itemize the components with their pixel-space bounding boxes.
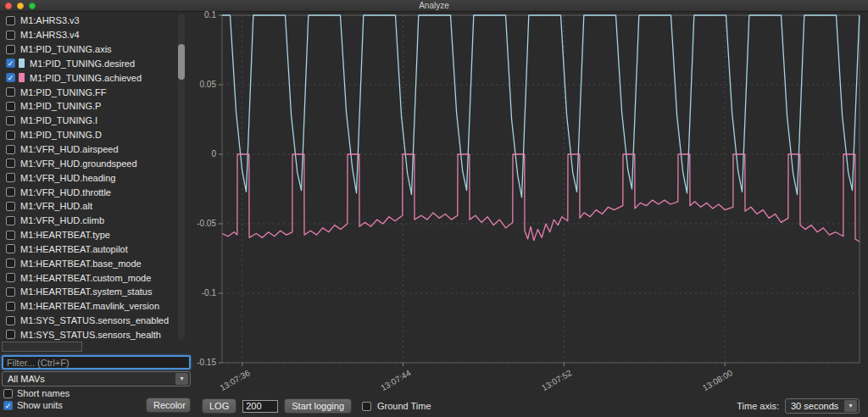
chart-area: 0.10.050-0.05-0.1-0.1513:07:3613:07:4413…: [197, 12, 868, 417]
param-label: M1:VFR_HUD.alt: [20, 201, 92, 211]
param-row[interactable]: M1:PID_TUNING.FF: [2, 85, 176, 99]
param-label: M1:HEARTBEAT.mavlink_version: [20, 301, 159, 311]
param-checkbox[interactable]: [6, 102, 15, 111]
param-row[interactable]: M1:HEARTBEAT.base_mode: [2, 256, 176, 270]
param-checkbox[interactable]: [6, 173, 15, 182]
param-checkbox[interactable]: [6, 202, 15, 211]
param-checkbox[interactable]: [6, 187, 15, 197]
param-label: M1:VFR_HUD.throttle: [20, 187, 111, 197]
param-checkbox[interactable]: [6, 259, 15, 268]
analyze-window: Analyze M1:AHRS3.v3M1:AHRS3.v4M1:PID_TUN…: [0, 0, 868, 417]
param-row[interactable]: M1:PID_TUNING.P: [2, 99, 176, 114]
svg-text:13:07:52: 13:07:52: [540, 368, 574, 392]
param-checkbox[interactable]: [6, 231, 15, 240]
param-checkbox[interactable]: [6, 216, 15, 225]
param-row[interactable]: M1:VFR_HUD.airspeed: [2, 142, 176, 157]
param-label: M1:VFR_HUD.airspeed: [20, 144, 119, 154]
series-line: [222, 15, 860, 197]
param-label: M1:PID_TUNING.P: [20, 101, 101, 111]
scrollbar-thumb[interactable]: [178, 44, 185, 80]
mav-selector[interactable]: All MAVs ▾: [2, 371, 191, 386]
svg-text:13:07:36: 13:07:36: [219, 368, 253, 392]
param-row[interactable]: M1:HEARTBEAT.system_status: [2, 285, 176, 299]
param-row[interactable]: M1:SYS_STATUS.sensors_health: [2, 328, 176, 340]
start-logging-button[interactable]: Start logging: [284, 398, 352, 414]
param-row[interactable]: M1:VFR_HUD.alt: [2, 199, 176, 214]
param-checkbox[interactable]: [6, 131, 15, 140]
time-axis-value: 30 seconds: [791, 401, 838, 411]
param-label: M1:VFR_HUD.heading: [20, 173, 116, 183]
chevron-down-icon: ▾: [175, 373, 188, 385]
line-chart[interactable]: 0.10.050-0.05-0.1-0.1513:07:3613:07:4413…: [197, 12, 868, 393]
short-names-option[interactable]: Short names: [3, 388, 70, 398]
svg-text:13:08:00: 13:08:00: [701, 368, 735, 392]
log-count-input[interactable]: [242, 400, 278, 413]
param-label: M1:PID_TUNING.axis: [20, 44, 112, 54]
param-row[interactable]: M1:AHRS3.v3: [2, 14, 176, 28]
mav-selector-value: All MAVs: [8, 374, 45, 384]
show-units-checkbox[interactable]: ✓: [3, 401, 13, 410]
svg-text:-0.1: -0.1: [202, 288, 217, 297]
param-label: M1:VFR_HUD.climb: [20, 215, 104, 225]
param-label: M1:PID_TUNING.I: [20, 115, 97, 125]
param-row[interactable]: M1:HEARTBEAT.type: [2, 228, 176, 242]
param-label: M1:HEARTBEAT.autopilot: [20, 244, 128, 254]
param-row[interactable]: M1:HEARTBEAT.mavlink_version: [2, 299, 176, 314]
ground-time-checkbox[interactable]: [362, 402, 371, 411]
short-names-label: Short names: [17, 388, 70, 398]
param-checkbox[interactable]: ✓: [6, 58, 15, 68]
param-checkbox[interactable]: [6, 116, 15, 125]
chevron-down-icon: ▾: [844, 400, 857, 412]
series-color-swatch: [19, 73, 25, 82]
param-row[interactable]: M1:PID_TUNING.D: [2, 128, 176, 142]
series-color-swatch: [19, 58, 25, 68]
param-row[interactable]: M1:VFR_HUD.groundspeed: [2, 156, 176, 170]
vertical-scrollbar[interactable]: [178, 14, 185, 340]
param-checkbox[interactable]: [6, 158, 15, 168]
param-row[interactable]: M1:VFR_HUD.climb: [2, 214, 176, 228]
param-label: M1:HEARTBEAT.custom_mode: [20, 273, 151, 283]
param-label: M1:HEARTBEAT.type: [20, 230, 110, 240]
param-row[interactable]: M1:AHRS3.v4: [2, 28, 176, 42]
param-label: M1:VFR_HUD.groundspeed: [20, 158, 137, 169]
param-checkbox[interactable]: [6, 302, 15, 311]
param-label: M1:PID_TUNING.FF: [20, 87, 106, 97]
recolor-button[interactable]: Recolor: [146, 398, 191, 413]
parameter-list[interactable]: M1:AHRS3.v3M1:AHRS3.v4M1:PID_TUNING.axis…: [2, 14, 176, 340]
param-label: M1:PID_TUNING.desired: [30, 58, 135, 69]
param-checkbox[interactable]: [6, 87, 15, 97]
filter-input[interactable]: [2, 355, 191, 370]
param-label: M1:HEARTBEAT.base_mode: [20, 259, 142, 269]
param-checkbox[interactable]: [6, 45, 15, 54]
param-row[interactable]: ✓M1:PID_TUNING.achieved: [2, 70, 176, 85]
bottom-toolbar: LOG Start logging Ground Time Time axis:…: [197, 395, 868, 417]
param-checkbox[interactable]: [6, 145, 15, 154]
svg-text:0: 0: [211, 149, 216, 158]
param-checkbox[interactable]: [6, 316, 15, 325]
show-units-option[interactable]: ✓ Show units: [3, 400, 63, 410]
param-label: M1:AHRS3.v3: [20, 15, 80, 25]
param-checkbox[interactable]: [6, 244, 15, 253]
title-bar[interactable]: Analyze: [0, 0, 868, 12]
param-row[interactable]: M1:HEARTBEAT.autopilot: [2, 242, 176, 257]
time-axis-selector[interactable]: 30 seconds ▾: [785, 398, 860, 414]
log-button[interactable]: LOG: [202, 398, 236, 414]
svg-text:0.05: 0.05: [200, 80, 217, 89]
param-checkbox[interactable]: ✓: [6, 73, 15, 82]
param-row[interactable]: M1:SYS_STATUS.sensors_enabled: [2, 314, 176, 328]
param-label: M1:AHRS3.v4: [20, 30, 80, 40]
param-checkbox[interactable]: [6, 31, 15, 40]
param-checkbox[interactable]: [6, 273, 15, 282]
param-row[interactable]: M1:HEARTBEAT.custom_mode: [2, 270, 176, 285]
param-checkbox[interactable]: [6, 330, 15, 339]
param-row[interactable]: M1:VFR_HUD.throttle: [2, 185, 176, 199]
param-row[interactable]: M1:PID_TUNING.I: [2, 114, 176, 128]
param-checkbox[interactable]: [6, 16, 15, 25]
param-row[interactable]: M1:PID_TUNING.axis: [2, 42, 176, 57]
horizontal-scrollbar[interactable]: [2, 342, 82, 352]
param-checkbox[interactable]: [6, 287, 15, 297]
window-title: Analyze: [0, 1, 868, 10]
short-names-checkbox[interactable]: [3, 389, 13, 398]
param-row[interactable]: ✓M1:PID_TUNING.desired: [2, 57, 176, 71]
param-row[interactable]: M1:VFR_HUD.heading: [2, 170, 176, 185]
